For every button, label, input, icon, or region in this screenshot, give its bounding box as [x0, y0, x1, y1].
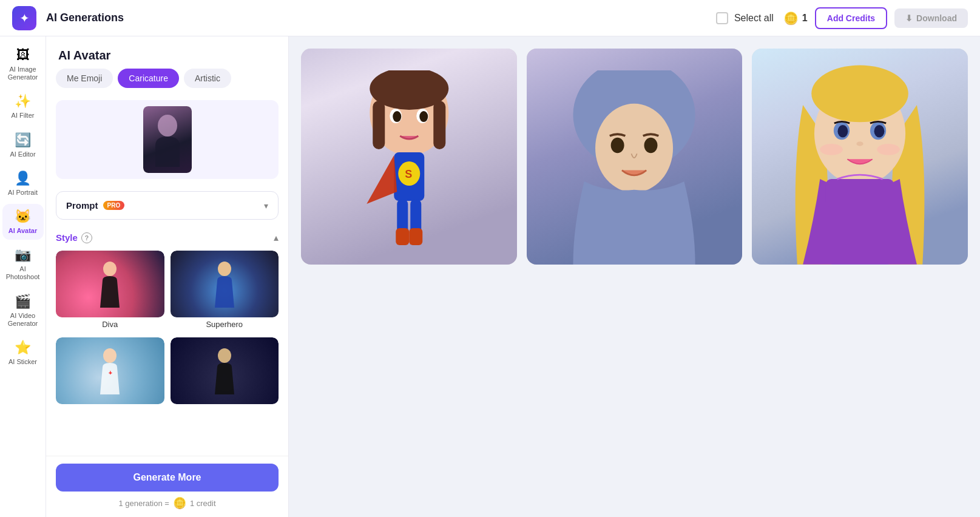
superhero-figure [206, 259, 243, 314]
style-card-superhero[interactable]: Superhero [171, 251, 279, 331]
svg-text:S: S [405, 168, 412, 180]
ai-photoshoot-icon: 📷 [15, 247, 31, 263]
svg-point-3 [103, 348, 117, 363]
credit-coin-icon: 🪙 [173, 496, 186, 510]
help-icon[interactable]: ? [81, 232, 92, 243]
add-credits-button[interactable]: Add Credits [815, 7, 887, 29]
style-card-nurse[interactable]: + [56, 337, 164, 409]
credit-note: 1 generation = 🪙 1 credit [56, 496, 279, 510]
sidebar-item-ai-portrait[interactable]: 👤 AI Portrait [2, 166, 44, 201]
sidebar-item-label: AI Filter [12, 112, 35, 120]
svg-point-29 [838, 125, 848, 138]
image-card-hooded[interactable] [527, 49, 743, 265]
musician-label [171, 404, 279, 409]
preview-placeholder [143, 106, 192, 173]
credits-display: 🪙 1 [783, 11, 808, 25]
style-label: Style ? [56, 232, 92, 243]
sidebar-item-label: AIPhotoshoot [6, 265, 40, 281]
superhero-label: Superhero [171, 317, 279, 331]
sidebar-item-label: AI Portrait [8, 189, 38, 197]
ai-sticker-icon: ⭐ [15, 340, 31, 356]
diva-label: Diva [56, 317, 164, 331]
sidebar-icons: 🖼 AI ImageGenerator ✨ AI Filter 🔄 AI Edi… [0, 36, 46, 517]
style-card-musician[interactable] [171, 337, 279, 409]
svg-point-5 [218, 348, 231, 363]
svg-point-0 [158, 115, 177, 137]
main-layout: 🖼 AI ImageGenerator ✨ AI Filter 🔄 AI Edi… [0, 36, 980, 517]
prompt-label: Prompt PRO [66, 200, 124, 211]
sidebar-item-label: AI ImageGenerator [8, 66, 38, 81]
sidebar-item-ai-video[interactable]: 🎬 AI VideoGenerator [2, 289, 44, 333]
image-card-caricature-super[interactable]: S [301, 49, 517, 265]
caricature-super-svg: S [323, 70, 496, 265]
left-panel: AI Avatar Me Emoji Caricature Artistic [46, 36, 289, 517]
download-label: Download [916, 13, 957, 23]
style-collapse-icon[interactable]: ▴ [274, 232, 279, 243]
style-header: Style ? ▴ [56, 232, 279, 243]
topbar-right: 🪙 1 Add Credits ⬇ Download [783, 7, 968, 29]
ai-image-icon: 🖼 [16, 47, 30, 63]
person-silhouette [149, 112, 186, 167]
sidebar-item-label: AI Sticker [8, 358, 37, 366]
svg-point-32 [820, 144, 843, 155]
tab-caricature[interactable]: Caricature [118, 69, 179, 88]
sidebar-item-ai-photoshoot[interactable]: 📷 AIPhotoshoot [2, 242, 44, 286]
sidebar-item-ai-editor[interactable]: 🔄 AI Editor [2, 127, 44, 163]
musician-figure [206, 346, 243, 400]
diva-figure [92, 259, 128, 314]
image-placeholder [527, 49, 743, 265]
sidebar-item-label: AI Avatar [8, 227, 37, 235]
svg-point-24 [644, 137, 658, 153]
style-section: Style ? ▴ Diva [56, 232, 279, 409]
prompt-header[interactable]: Prompt PRO ▾ [56, 192, 278, 219]
pro-badge: PRO [103, 201, 125, 210]
tab-artistic[interactable]: Artistic [184, 69, 231, 88]
panel-title: AI Avatar [46, 36, 288, 69]
svg-point-31 [857, 141, 863, 146]
image-card-princess[interactable] [752, 49, 968, 265]
hooded-svg [537, 70, 731, 265]
ai-editor-icon: 🔄 [15, 132, 31, 148]
style-grid: Diva Superhero [56, 251, 279, 409]
generate-more-button[interactable]: Generate More [56, 464, 279, 492]
svg-text:+: + [109, 370, 112, 376]
prompt-chevron: ▾ [264, 201, 268, 211]
tabs-row: Me Emoji Caricature Artistic [46, 69, 288, 94]
svg-point-23 [611, 137, 624, 153]
svg-point-22 [595, 103, 673, 192]
svg-rect-19 [396, 228, 409, 245]
credits-count: 1 [802, 13, 808, 24]
select-all-label: Select all [734, 13, 774, 24]
sidebar-item-ai-filter[interactable]: ✨ AI Filter [2, 89, 44, 124]
svg-rect-34 [826, 179, 894, 208]
images-grid: S [301, 49, 968, 265]
sidebar-item-ai-image[interactable]: 🖼 AI ImageGenerator [2, 42, 44, 86]
download-icon: ⬇ [905, 13, 913, 23]
svg-point-1 [103, 262, 117, 276]
svg-rect-20 [409, 228, 422, 245]
generate-section: Generate More 1 generation = 🪙 1 credit [46, 456, 288, 517]
image-placeholder: S [301, 49, 517, 265]
sidebar-item-ai-avatar[interactable]: 🐱 AI Avatar [2, 204, 44, 240]
prompt-section: Prompt PRO ▾ [56, 191, 279, 220]
select-all-checkbox[interactable] [716, 12, 728, 24]
select-all-area: Select all [716, 12, 774, 24]
musician-image [171, 337, 279, 404]
page-title: AI Generations [46, 12, 706, 24]
sidebar-item-ai-sticker[interactable]: ⭐ AI Sticker [2, 335, 44, 371]
preview-image [143, 106, 192, 173]
style-card-diva[interactable]: Diva [56, 251, 164, 331]
content-area: S [289, 36, 980, 517]
ai-avatar-icon: 🐱 [15, 209, 31, 225]
topbar: ✦ AI Generations Select all 🪙 1 Add Cred… [0, 0, 980, 36]
app-logo: ✦ [12, 6, 36, 30]
image-placeholder [752, 49, 968, 265]
download-button[interactable]: ⬇ Download [894, 8, 968, 28]
ai-video-icon: 🎬 [15, 294, 31, 309]
svg-point-33 [877, 144, 900, 155]
upload-area[interactable] [56, 100, 279, 179]
sidebar-item-label: AI VideoGenerator [8, 312, 38, 328]
diva-image [56, 251, 164, 317]
tab-me-emoji[interactable]: Me Emoji [56, 69, 113, 88]
nurse-figure: + [92, 346, 128, 400]
